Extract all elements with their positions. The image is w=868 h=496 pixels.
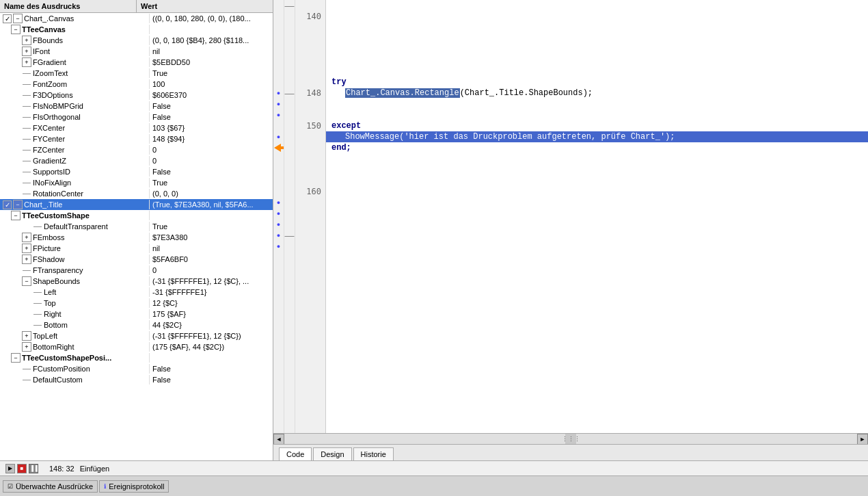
code-line-148: Chart_.Canvas.Rectangle(Chart_.Title.Sha…	[326, 88, 868, 99]
tree-cell-name: — FIsOrthogonal	[0, 112, 150, 122]
tree-item-fisnobmpgrid[interactable]: — FIsNoBMPGrid False	[0, 101, 273, 112]
expander-fbounds[interactable]: +	[22, 36, 31, 45]
tree-item-shapebounds[interactable]: − ShapeBounds (-31 {$FFFFFE1}, 12 {$C}, …	[0, 276, 273, 287]
tree-item-ftransparency[interactable]: — FTransparency 0	[0, 265, 273, 276]
tree-item-tteecustomshapepos[interactable]: − TTeeCustomShapePosi...	[0, 352, 273, 363]
code-line	[326, 44, 868, 55]
tree-item-ifont[interactable]: + IFont nil	[0, 46, 273, 57]
tree-item-tteecanvas[interactable]: − TTeeCanvas	[0, 24, 273, 35]
tree-item-fisorthogonal[interactable]: — FIsOrthogonal False	[0, 112, 273, 122]
label-femboss: FEmboss	[33, 233, 64, 242]
tree-item-left[interactable]: — Left -31 {$FFFFFE1}	[0, 287, 273, 298]
leaf-inofixalign: —	[22, 178, 31, 187]
tree-cell-name: — FCustomPosition	[0, 364, 150, 374]
scroll-center-grip[interactable]: ⋮⋮⋮	[565, 434, 576, 445]
col-name-header: Name des Ausdrucks	[0, 0, 137, 12]
tree-item-top[interactable]: — Top 12 {$C}	[0, 298, 273, 309]
tree-item-tteecustomshape[interactable]: − TTeeCustomShape	[0, 210, 273, 221]
tree-item-defaultcustom[interactable]: — DefaultCustom False	[0, 374, 273, 385]
value-defaulttransparent: True	[150, 222, 273, 231]
leaf-rotationcenter: —	[22, 189, 31, 198]
label-shapebounds: ShapeBounds	[33, 277, 80, 285]
bottom-tab-ereignis[interactable]: ℹ Ereignisprotokoll	[99, 480, 169, 493]
tree-item-chart-canvas[interactable]: − Chart_.Canvas ((0, 0, 180, 280, (0, 0)…	[0, 13, 273, 24]
pause-btn[interactable]: ▐▐	[29, 464, 38, 473]
tree-cell-name: — FontZoom	[0, 79, 150, 89]
value-f3doptions: $606E370	[150, 91, 273, 99]
tree-item-fpicture[interactable]: + FPicture nil	[0, 243, 273, 254]
tree-item-gradientz[interactable]: — GradientZ 0	[0, 155, 273, 166]
code-line-try: try	[326, 77, 868, 88]
tree-item-rotationcenter[interactable]: — RotationCenter (0, 0, 0)	[0, 188, 273, 199]
bottom-tab-ueberwachte[interactable]: ☑ Überwachte Ausdrücke	[3, 480, 98, 493]
keyword-except: except	[331, 121, 361, 131]
tree-cell-name: − TTeeCustomShape	[0, 211, 150, 220]
value-fbounds: (0, 0, 180 {$B4}, 280 {$118...	[150, 36, 273, 44]
label-ftransparency: FTransparency	[33, 266, 83, 274]
expander-shapebounds[interactable]: −	[22, 276, 31, 286]
expander-chart-title[interactable]: −	[13, 200, 23, 209]
value-bottomright: (175 {$AF}, 44 {$2C})	[150, 343, 273, 351]
run-btn[interactable]: ▶	[5, 464, 15, 473]
tree-item-supportsid[interactable]: — SupportsID False	[0, 166, 273, 177]
tab-historie[interactable]: Historie	[353, 447, 394, 460]
expander-topleft[interactable]: +	[22, 331, 31, 341]
scroll-left-btn[interactable]: ◄	[273, 434, 284, 445]
tree-item-femboss[interactable]: + FEmboss $7E3A380	[0, 232, 273, 243]
tree-item-fxcenter[interactable]: — FXCenter 103 {$67}	[0, 122, 273, 133]
expander-bottomright[interactable]: +	[22, 342, 31, 352]
code-line	[326, 252, 868, 263]
code-area[interactable]: ● ● ● ● ●	[273, 0, 868, 433]
run-buttons: ▶ ■ ▐▐	[5, 464, 38, 473]
tab-code[interactable]: Code	[279, 447, 312, 460]
checkbox-chart-canvas[interactable]	[3, 14, 12, 23]
label-bottomright: BottomRight	[33, 343, 74, 351]
tree-item-right[interactable]: — Right 175 {$AF}	[0, 309, 273, 319]
expander-tteecanvas[interactable]: −	[11, 25, 21, 34]
bottom-tab-label: Überwachte Ausdrücke	[16, 482, 93, 491]
tree-item-bottom[interactable]: — Bottom 44 {$2C}	[0, 319, 273, 330]
panel-header: Name des Ausdrucks Wert	[0, 0, 273, 13]
code-line	[326, 11, 868, 22]
leaf-right: —	[33, 309, 42, 319]
tree-item-fshadow[interactable]: + FShadow $5FA6BF0	[0, 254, 273, 265]
value-ftransparency: 0	[150, 266, 273, 274]
tree-cell-name: + FEmboss	[0, 233, 150, 242]
label-right: Right	[44, 310, 62, 318]
tree-item-chart-title[interactable]: − Chart_.Title (True, $7E3A380, nil, $5F…	[0, 199, 273, 210]
code-content[interactable]: try Chart_.Canvas.Rectangle(Chart_.Title…	[326, 0, 868, 433]
tree-cell-name: — DefaultTransparent	[0, 222, 150, 231]
tree-item-fzcenter[interactable]: — FZCenter 0	[0, 144, 273, 155]
tree-area[interactable]: − Chart_.Canvas ((0, 0, 180, 280, (0, 0)…	[0, 13, 273, 460]
tree-item-f3doptions[interactable]: — F3DOptions $606E370	[0, 90, 273, 101]
code-line-showmessage: ShowMessage('hier ist das Druckproblem a…	[326, 131, 868, 142]
expander-chart-canvas[interactable]: −	[13, 14, 23, 23]
code-scrollbar-h[interactable]: ◄ ⋮⋮⋮ ►	[273, 433, 868, 444]
expander-fshadow[interactable]: +	[22, 254, 31, 264]
expander-femboss[interactable]: +	[22, 233, 31, 242]
code-line	[326, 230, 868, 241]
tree-item-fcustomposition[interactable]: — FCustomPosition False	[0, 363, 273, 374]
expander-tteecustomshape[interactable]: −	[11, 211, 21, 220]
tree-item-defaulttransparent[interactable]: — DefaultTransparent True	[0, 221, 273, 232]
scroll-right-btn[interactable]: ►	[857, 434, 868, 445]
tree-item-izoomtext[interactable]: — IZoomText True	[0, 68, 273, 79]
tree-item-inofixalign[interactable]: — INoFixAlign True	[0, 177, 273, 188]
tree-item-fgradient[interactable]: + FGradient $5EBDD50	[0, 57, 273, 68]
stop-btn[interactable]: ■	[17, 464, 27, 473]
tree-item-fycenter[interactable]: — FYCenter 148 {$94}	[0, 133, 273, 144]
tree-item-topleft[interactable]: + TopLeft (-31 {$FFFFFE1}, 12 {$C})	[0, 330, 273, 341]
code-rest: (Chart_.Title.ShapeBounds);	[460, 88, 593, 98]
expander-ifont[interactable]: +	[22, 47, 31, 56]
tab-design[interactable]: Design	[313, 447, 351, 460]
expander-tteecustomshapepos[interactable]: −	[11, 353, 21, 363]
tree-item-bottomright[interactable]: + BottomRight (175 {$AF}, 44 {$2C})	[0, 341, 273, 352]
value-fontzoom: 100	[150, 80, 273, 88]
checkbox-chart-title[interactable]	[3, 200, 12, 209]
expander-fpicture[interactable]: +	[22, 244, 31, 253]
tree-item-fontzoom[interactable]: — FontZoom 100	[0, 79, 273, 90]
value-rotationcenter: (0, 0, 0)	[150, 190, 273, 198]
expander-fgradient[interactable]: +	[22, 57, 31, 67]
tree-item-fbounds[interactable]: + FBounds (0, 0, 180 {$B4}, 280 {$118...	[0, 35, 273, 46]
tree-cell-name: — F3DOptions	[0, 90, 150, 100]
